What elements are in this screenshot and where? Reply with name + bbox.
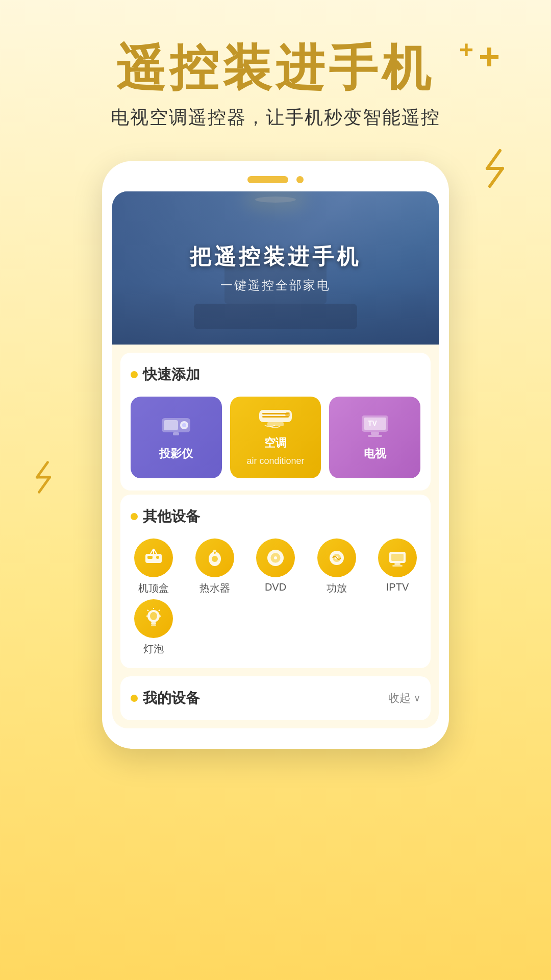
banner-overlay: 把遥控装进手机 一键遥控全部家电 xyxy=(112,191,439,345)
device-item-iptv[interactable]: IPTV xyxy=(374,538,420,595)
svg-line-0 xyxy=(487,151,500,168)
tv-icon: TV xyxy=(360,413,390,441)
my-devices-header: 我的设备 收起 ∨ xyxy=(131,689,420,708)
svg-point-28 xyxy=(212,556,218,562)
plus-decorations: + + xyxy=(459,36,500,78)
dvd-icon xyxy=(256,538,295,577)
phone-camera xyxy=(296,176,304,183)
svg-rect-40 xyxy=(394,563,400,565)
section-dot-2 xyxy=(131,513,138,520)
phone-mockup: 把遥控装进手机 一键遥控全部家电 快速添加 xyxy=(102,161,449,749)
svg-rect-10 xyxy=(173,432,179,435)
phone-notch xyxy=(112,176,439,183)
bulb-name: 灯泡 xyxy=(143,642,164,656)
svg-rect-19 xyxy=(371,432,379,435)
svg-rect-13 xyxy=(262,416,289,418)
quick-add-title: 快速添加 xyxy=(131,365,420,384)
amplifier-icon xyxy=(317,538,356,577)
svg-point-33 xyxy=(274,556,277,559)
banner: 把遥控装进手机 一键遥控全部家电 xyxy=(112,191,439,345)
water-heater-icon xyxy=(195,538,234,577)
svg-rect-15 xyxy=(267,422,284,426)
svg-line-48 xyxy=(147,610,148,611)
device-card-projector[interactable]: 投影仪 xyxy=(131,397,222,478)
device-item-settop[interactable]: 机顶盒 xyxy=(131,538,177,595)
ac-icon xyxy=(257,408,294,430)
svg-point-30 xyxy=(214,552,216,554)
device-item-amplifier[interactable]: 功放 xyxy=(314,538,360,595)
device-card-tv[interactable]: TV 电视 xyxy=(329,397,420,478)
svg-rect-41 xyxy=(392,565,403,567)
svg-rect-45 xyxy=(151,624,156,626)
svg-point-43 xyxy=(150,612,157,620)
collapse-button[interactable]: 收起 ∨ xyxy=(388,691,420,706)
device-item-dvd[interactable]: DVD xyxy=(253,538,298,595)
svg-rect-22 xyxy=(147,556,153,559)
lightning-left-icon xyxy=(31,459,56,495)
svg-line-47 xyxy=(159,610,160,611)
svg-rect-44 xyxy=(151,622,156,624)
svg-text:TV: TV xyxy=(368,419,378,427)
dvd-name: DVD xyxy=(265,581,286,593)
banner-title: 把遥控装进手机 xyxy=(190,242,361,271)
page-wrapper: 遥控装进手机 + + 电视空调遥控器，让手机秒变智能遥控 xyxy=(0,0,551,980)
my-devices-section: 我的设备 收起 ∨ xyxy=(120,676,431,720)
projector-name-zh: 投影仪 xyxy=(159,446,193,461)
svg-rect-12 xyxy=(262,413,289,414)
ac-name-zh: 空调 xyxy=(264,435,287,451)
svg-rect-20 xyxy=(368,435,382,437)
chevron-down-icon: ∨ xyxy=(414,693,420,704)
quick-add-section: 快速添加 xyxy=(120,353,431,491)
bulb-icon xyxy=(134,599,173,638)
iptv-icon xyxy=(378,538,417,577)
svg-rect-39 xyxy=(391,554,404,561)
tv-name-zh: 电视 xyxy=(364,446,386,461)
projector-icon xyxy=(160,413,192,441)
header: 遥控装进手机 + + 电视空调遥控器，让手机秒变智能遥控 xyxy=(0,0,551,145)
svg-line-5 xyxy=(39,477,50,492)
phone-speaker xyxy=(247,176,288,183)
plus-large-icon: + xyxy=(479,36,500,78)
section-dot xyxy=(131,371,138,378)
iptv-name: IPTV xyxy=(386,581,409,593)
other-devices-section: 其他设备 xyxy=(120,495,431,668)
svg-point-14 xyxy=(285,412,290,417)
banner-subtitle: 一键遥控全部家电 xyxy=(220,277,331,293)
svg-line-3 xyxy=(37,462,48,477)
phone-screen: 把遥控装进手机 一键遥控全部家电 快速添加 xyxy=(112,191,439,728)
device-card-ac[interactable]: 空调 air conditioner xyxy=(230,397,321,478)
quick-add-grid: 投影仪 xyxy=(131,397,420,478)
svg-line-2 xyxy=(490,168,503,186)
lightning-right-icon xyxy=(480,148,510,189)
ac-name-en: air conditioner xyxy=(246,456,304,467)
water-heater-name: 热水器 xyxy=(199,581,230,595)
svg-point-9 xyxy=(182,423,186,427)
amplifier-name: 功放 xyxy=(327,581,347,595)
my-devices-title: 我的设备 xyxy=(131,689,200,708)
other-devices-grid: 机顶盒 热水器 xyxy=(131,538,420,656)
device-item-bulb[interactable]: 灯泡 xyxy=(131,599,177,656)
svg-rect-7 xyxy=(164,420,178,430)
other-devices-title: 其他设备 xyxy=(131,507,420,526)
device-item-water-heater[interactable]: 热水器 xyxy=(192,538,238,595)
plus-small-icon: + xyxy=(459,36,473,64)
settop-name: 机顶盒 xyxy=(138,581,169,595)
settop-icon xyxy=(134,538,173,577)
svg-point-23 xyxy=(156,556,159,559)
main-title: 遥控装进手机 xyxy=(31,41,520,95)
subtitle: 电视空调遥控器，让手机秒变智能遥控 xyxy=(31,105,520,130)
section-dot-3 xyxy=(131,695,138,702)
